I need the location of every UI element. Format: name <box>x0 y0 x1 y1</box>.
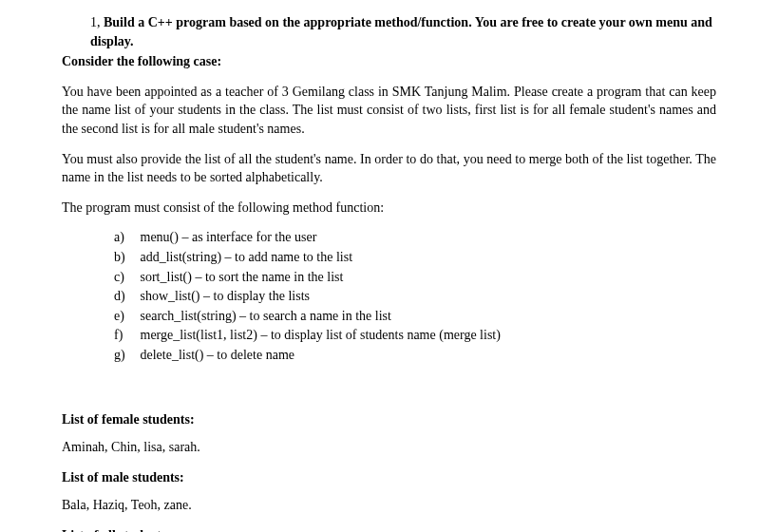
section-content-female: Aminah, Chin, lisa, sarah. <box>62 438 731 457</box>
function-item: b) add_list(string) – to add name to the… <box>114 248 731 267</box>
paragraph-1: You have been appointed as a teacher of … <box>62 83 716 139</box>
function-text: menu() – as interface for the user <box>141 230 317 244</box>
function-marker: g) <box>114 346 137 365</box>
function-item: g) delete_list() – to delete name <box>114 346 731 365</box>
function-text: merge_list(list1, list2) – to display li… <box>141 328 501 342</box>
section-heading-male: List of male students: <box>62 468 731 487</box>
function-marker: e) <box>114 307 137 326</box>
function-item: e) search_list(string) – to search a nam… <box>114 307 731 326</box>
question-number: 1, <box>90 15 101 29</box>
section-content-male: Bala, Haziq, Teoh, zane. <box>62 496 731 515</box>
function-text: search_list(string) – to search a name i… <box>141 309 391 323</box>
function-text: sort_list() – to sort the name in the li… <box>141 270 344 284</box>
function-item: a) menu() – as interface for the user <box>114 228 731 247</box>
paragraph-3: The program must consist of the followin… <box>62 199 716 218</box>
function-marker: a) <box>114 228 137 247</box>
function-marker: f) <box>114 326 137 345</box>
function-marker: c) <box>114 268 137 287</box>
function-marker: b) <box>114 248 137 267</box>
section-heading-female: List of female students: <box>62 410 731 429</box>
function-marker: d) <box>114 287 137 306</box>
function-item: f) merge_list(list1, list2) – to display… <box>114 326 731 345</box>
function-item: c) sort_list() – to sort the name in the… <box>114 268 731 287</box>
section-heading-all: List of all students: <box>62 526 731 532</box>
paragraph-2: You must also provide the list of all th… <box>62 150 716 187</box>
function-text: add_list(string) – to add name to the li… <box>141 250 353 264</box>
function-text: delete_list() – to delete name <box>141 348 295 362</box>
function-item: d) show_list() – to display the lists <box>114 287 731 306</box>
question-header: 1, Build a C++ program based on the appr… <box>90 13 731 50</box>
function-text: show_list() – to display the lists <box>141 289 311 303</box>
question-title: Build a C++ program based on the appropr… <box>90 15 712 48</box>
function-list: a) menu() – as interface for the user b)… <box>114 228 731 364</box>
consider-heading: Consider the following case: <box>62 52 731 71</box>
